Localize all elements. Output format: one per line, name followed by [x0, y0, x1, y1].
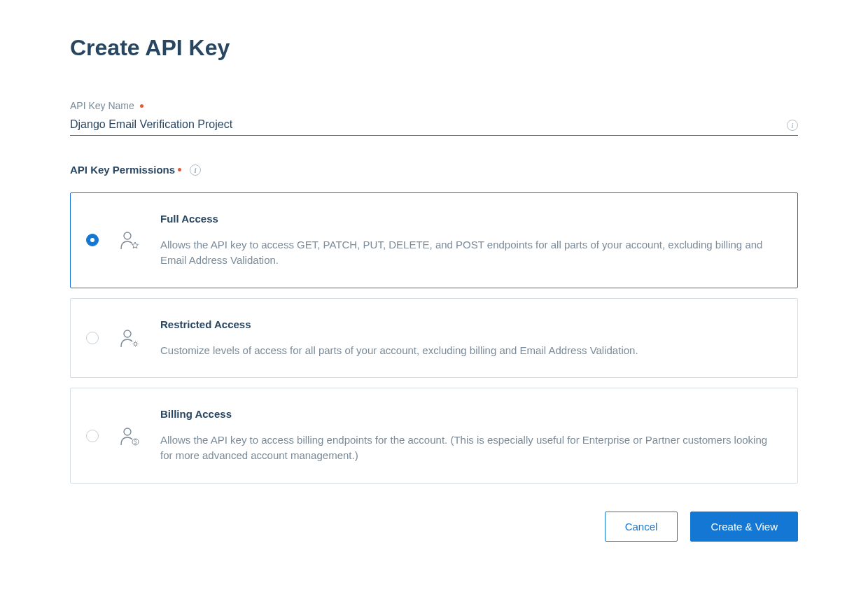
permission-description: Allows the API key to access GET, PATCH,…: [160, 237, 782, 268]
user-star-icon: [120, 230, 139, 250]
page-title: Create API Key: [70, 35, 798, 61]
permission-option-restricted-access[interactable]: Restricted Access Customize levels of ac…: [70, 298, 798, 379]
info-icon[interactable]: i: [787, 120, 798, 131]
api-key-name-group: API Key Name i: [70, 100, 798, 136]
svg-point-3: [124, 428, 131, 435]
permission-description: Allows the API key to access billing end…: [160, 432, 782, 463]
api-key-name-input-row: i: [70, 115, 798, 136]
api-key-name-label: API Key Name: [70, 100, 798, 111]
svg-point-1: [124, 330, 131, 337]
action-bar: Cancel Create & View: [70, 512, 798, 542]
required-indicator-icon: [140, 104, 144, 108]
permission-option-full-access[interactable]: Full Access Allows the API key to access…: [70, 192, 798, 288]
api-key-name-label-text: API Key Name: [70, 100, 134, 111]
permission-title: Full Access: [160, 213, 782, 225]
radio-icon: [86, 332, 99, 344]
svg-point-0: [124, 232, 131, 239]
cancel-button[interactable]: Cancel: [605, 512, 678, 542]
permission-title: Billing Access: [160, 408, 782, 420]
user-dollar-icon: [120, 426, 139, 446]
permissions-label-text: API Key Permissions: [70, 164, 175, 176]
permission-title: Restricted Access: [160, 318, 782, 330]
radio-icon: [86, 234, 99, 246]
permissions-group: API Key Permissions i Full Access Allows…: [70, 164, 798, 484]
svg-point-2: [134, 342, 136, 345]
permissions-label: API Key Permissions i: [70, 164, 798, 176]
permission-option-billing-access[interactable]: Billing Access Allows the API key to acc…: [70, 388, 798, 484]
required-indicator-icon: [178, 168, 181, 171]
permission-description: Customize levels of access for all parts…: [160, 343, 782, 358]
user-gear-icon: [120, 328, 139, 348]
api-key-name-input[interactable]: [70, 115, 787, 135]
create-view-button[interactable]: Create & View: [690, 512, 798, 542]
info-icon[interactable]: i: [190, 164, 201, 176]
radio-icon: [86, 430, 99, 442]
